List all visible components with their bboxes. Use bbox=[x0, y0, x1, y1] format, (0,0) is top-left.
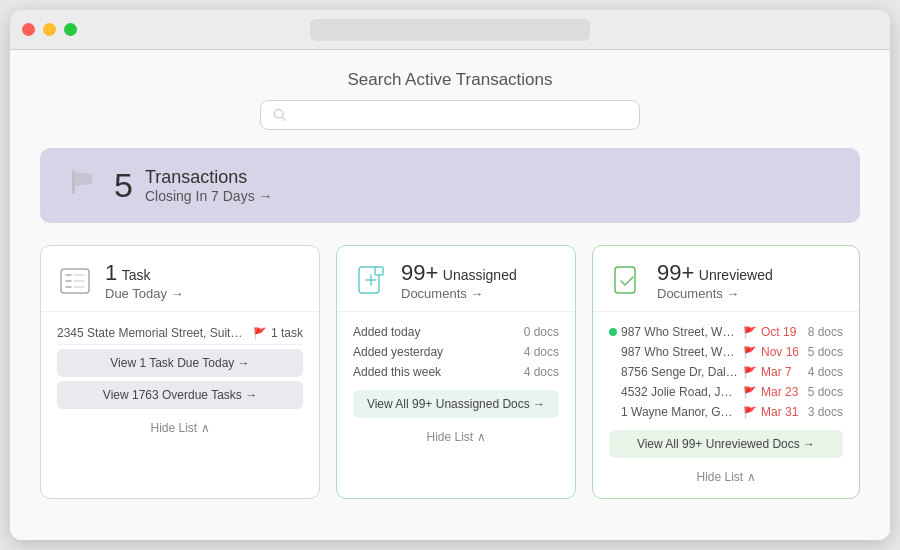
unreviewed-card-count: 99+ bbox=[657, 260, 694, 285]
svg-line-1 bbox=[282, 117, 285, 120]
unreviewed-card-title: Unreviewed bbox=[699, 267, 773, 283]
unrev-docs: 4 docs bbox=[805, 365, 843, 379]
task-address-row: 2345 State Memorial Street, Suite 7, L..… bbox=[57, 322, 303, 345]
unrev-docs: 8 docs bbox=[805, 325, 843, 339]
main-content: Search Active Transactions 5 Transaction… bbox=[10, 50, 890, 540]
close-button[interactable] bbox=[22, 23, 35, 36]
empty-dot bbox=[609, 408, 617, 416]
search-title: Search Active Transactions bbox=[40, 70, 860, 90]
unrev-date: Oct 19 bbox=[761, 325, 801, 339]
unrev-address: 987 Who Street, What Cit... bbox=[621, 325, 739, 339]
unreviewed-doc-row: 8756 Senge Dr, DallasTX 64... 🚩 Mar 7 4 … bbox=[609, 362, 843, 382]
unassigned-card-title-group: 99+ Unassigned Documents → bbox=[401, 260, 517, 301]
unreviewed-doc-row: 987 Who Street, What City, ... 🚩 Nov 16 … bbox=[609, 342, 843, 362]
unrev-docs: 5 docs bbox=[805, 385, 843, 399]
unrev-address: 4532 Jolie Road, Jasmine T... bbox=[621, 385, 739, 399]
search-bar[interactable] bbox=[260, 100, 640, 130]
unrev-flag-icon: 🚩 bbox=[743, 346, 757, 359]
unassigned-doc-row: Added yesterday 4 docs bbox=[353, 342, 559, 362]
doc-row-label: Added today bbox=[353, 325, 420, 339]
unrev-date: Mar 31 bbox=[761, 405, 801, 419]
doc-row-count: 4 docs bbox=[524, 345, 559, 359]
unreviewed-card-subtitle: Documents → bbox=[657, 286, 773, 301]
task-card-subtitle: Due Today → bbox=[105, 286, 184, 301]
unrev-address: 8756 Senge Dr, DallasTX 64... bbox=[621, 365, 739, 379]
unassigned-doc-row: Added today 0 docs bbox=[353, 322, 559, 342]
banner-label: Transactions bbox=[145, 167, 273, 188]
unassigned-card-subtitle: Documents → bbox=[401, 286, 517, 301]
task-card-header: 1 Task Due Today → bbox=[41, 246, 319, 312]
transactions-banner[interactable]: 5 Transactions Closing In 7 Days → bbox=[40, 148, 860, 223]
unrev-date: Nov 16 bbox=[761, 345, 801, 359]
search-section: Search Active Transactions bbox=[40, 70, 860, 130]
banner-count: 5 bbox=[114, 166, 133, 205]
unassigned-doc-row: Added this week 4 docs bbox=[353, 362, 559, 382]
unassigned-card-header: 99+ Unassigned Documents → bbox=[337, 246, 575, 312]
unreviewed-body: 987 Who Street, What Cit... 🚩 Oct 19 8 d… bbox=[593, 312, 859, 498]
app-window: Search Active Transactions 5 Transaction… bbox=[10, 10, 890, 540]
svg-rect-14 bbox=[615, 267, 635, 293]
unassigned-card: 99+ Unassigned Documents → Added today 0… bbox=[336, 245, 576, 499]
unrev-docs: 3 docs bbox=[805, 405, 843, 419]
task-card-count: 1 bbox=[105, 260, 117, 285]
unreviewed-doc-icon bbox=[609, 263, 645, 299]
unreviewed-card-header: 99+ Unreviewed Documents → bbox=[593, 246, 859, 312]
search-input[interactable] bbox=[295, 107, 627, 123]
unrev-flag-icon: 🚩 bbox=[743, 326, 757, 339]
green-dot bbox=[609, 328, 617, 336]
empty-dot bbox=[609, 388, 617, 396]
unrev-flag-icon: 🚩 bbox=[743, 386, 757, 399]
minimize-button[interactable] bbox=[43, 23, 56, 36]
empty-dot bbox=[609, 348, 617, 356]
unrev-date: Mar 23 bbox=[761, 385, 801, 399]
task-card-title: Task bbox=[122, 267, 151, 283]
task-count-badge: 1 task bbox=[271, 326, 303, 340]
flag-icon bbox=[64, 164, 100, 207]
doc-row-count: 4 docs bbox=[524, 365, 559, 379]
unreviewed-doc-row: 4532 Jolie Road, Jasmine T... 🚩 Mar 23 5… bbox=[609, 382, 843, 402]
unassigned-card-count: 99+ bbox=[401, 260, 438, 285]
unrev-docs: 5 docs bbox=[805, 345, 843, 359]
url-bar[interactable] bbox=[310, 19, 590, 41]
unrev-address: 1 Wayne Manor, Gotham Ci... bbox=[621, 405, 739, 419]
unassigned-doc-icon bbox=[353, 263, 389, 299]
empty-dot bbox=[609, 368, 617, 376]
view-all-unreviewed-button[interactable]: View All 99+ Unreviewed Docs → bbox=[609, 430, 843, 458]
cards-row: 1 Task Due Today → 2345 State Memorial S… bbox=[40, 245, 860, 499]
doc-row-label: Added yesterday bbox=[353, 345, 443, 359]
svg-rect-13 bbox=[375, 267, 383, 275]
unrev-flag-icon: 🚩 bbox=[743, 406, 757, 419]
view-task-due-today-button[interactable]: View 1 Task Due Today → bbox=[57, 349, 303, 377]
view-overdue-tasks-button[interactable]: View 1763 Overdue Tasks → bbox=[57, 381, 303, 409]
traffic-lights bbox=[22, 23, 77, 36]
titlebar bbox=[10, 10, 890, 50]
unassigned-card-title: Unassigned bbox=[443, 267, 517, 283]
unreviewed-doc-row: 987 Who Street, What Cit... 🚩 Oct 19 8 d… bbox=[609, 322, 843, 342]
unassigned-hide-list[interactable]: Hide List ∧ bbox=[353, 422, 559, 448]
task-icon bbox=[57, 263, 93, 299]
task-flag-icon: 🚩 bbox=[253, 327, 267, 340]
task-body: 2345 State Memorial Street, Suite 7, L..… bbox=[41, 312, 319, 449]
search-icon bbox=[273, 108, 287, 122]
unrev-date: Mar 7 bbox=[761, 365, 801, 379]
unreviewed-doc-row: 1 Wayne Manor, Gotham Ci... 🚩 Mar 31 3 d… bbox=[609, 402, 843, 422]
task-card-title-group: 1 Task Due Today → bbox=[105, 260, 184, 301]
task-address: 2345 State Memorial Street, Suite 7, L..… bbox=[57, 326, 249, 340]
maximize-button[interactable] bbox=[64, 23, 77, 36]
unreviewed-card-title-group: 99+ Unreviewed Documents → bbox=[657, 260, 773, 301]
banner-text: Transactions Closing In 7 Days → bbox=[145, 167, 273, 204]
svg-rect-2 bbox=[72, 170, 75, 194]
unreviewed-hide-list[interactable]: Hide List ∧ bbox=[609, 462, 843, 488]
banner-sub: Closing In 7 Days → bbox=[145, 188, 273, 204]
doc-row-label: Added this week bbox=[353, 365, 441, 379]
doc-row-count: 0 docs bbox=[524, 325, 559, 339]
task-hide-list[interactable]: Hide List ∧ bbox=[57, 413, 303, 439]
task-card: 1 Task Due Today → 2345 State Memorial S… bbox=[40, 245, 320, 499]
unrev-flag-icon: 🚩 bbox=[743, 366, 757, 379]
unrev-address: 987 Who Street, What City, ... bbox=[621, 345, 739, 359]
unassigned-body: Added today 0 docs Added yesterday 4 doc… bbox=[337, 312, 575, 458]
unreviewed-card: 99+ Unreviewed Documents → 987 Who Stree… bbox=[592, 245, 860, 499]
view-all-unassigned-button[interactable]: View All 99+ Unassigned Docs → bbox=[353, 390, 559, 418]
